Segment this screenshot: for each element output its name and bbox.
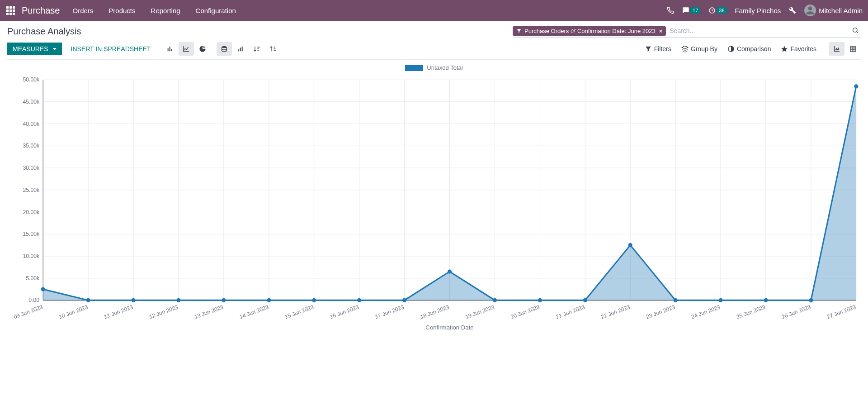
svg-point-84	[764, 298, 768, 302]
apps-launcher-icon[interactable]	[5, 5, 15, 15]
area-chart: 0.005.00k10.00k15.00k20.00k25.00k30.00k3…	[7, 75, 861, 332]
graph-view-icon[interactable]	[829, 42, 844, 56]
layers-icon	[681, 45, 689, 53]
svg-point-80	[583, 298, 587, 302]
page-title: Purchase Analysis	[7, 26, 81, 37]
menu-orders[interactable]: Orders	[73, 7, 94, 14]
measures-label: Measures	[13, 45, 48, 53]
sort-asc-icon[interactable]	[233, 42, 248, 56]
facet-value-a: Purchase Orders	[524, 28, 569, 34]
debug-icon[interactable]	[789, 7, 796, 14]
svg-text:0.00: 0.00	[28, 297, 39, 303]
pie-chart-icon[interactable]	[195, 42, 210, 56]
search-bar[interactable]: Purchase Orders or Confirmation Date: Ju…	[513, 25, 861, 38]
facet-value-b: Confirmation Date: June 2023	[577, 28, 656, 34]
navbar-right: 17 36 Family Pinchos Mitchell Admin	[667, 5, 863, 16]
svg-point-86	[854, 84, 858, 88]
svg-text:50.00k: 50.00k	[23, 76, 40, 83]
svg-text:30.00k: 30.00k	[23, 165, 40, 171]
main-menu: Orders Products Reporting Configuration	[73, 7, 236, 14]
filter-icon	[516, 28, 522, 33]
control-panel: Purchase Analysis Purchase Orders or Con…	[0, 21, 868, 60]
svg-point-1	[853, 28, 857, 32]
svg-point-72	[222, 298, 226, 302]
user-menu[interactable]: Mitchell Admin	[804, 5, 863, 16]
svg-point-76	[402, 298, 406, 302]
svg-point-83	[718, 298, 722, 302]
facet-remove-icon[interactable]: ×	[659, 28, 663, 34]
svg-point-73	[267, 298, 271, 302]
app-brand[interactable]: Purchase	[22, 5, 60, 16]
svg-point-85	[809, 298, 813, 302]
facet-or: or	[571, 28, 576, 34]
filters-button[interactable]: Filters	[645, 45, 671, 53]
activities-badge: 36	[717, 7, 726, 14]
contrast-icon	[727, 45, 735, 53]
messages-icon[interactable]: 17	[682, 7, 700, 14]
search-facet[interactable]: Purchase Orders or Confirmation Date: Ju…	[513, 26, 666, 36]
svg-point-82	[674, 298, 678, 302]
pivot-view-icon[interactable]	[845, 42, 861, 56]
svg-point-75	[357, 298, 361, 302]
svg-point-71	[176, 298, 180, 302]
menu-reporting[interactable]: Reporting	[151, 7, 180, 14]
bar-chart-icon[interactable]	[162, 42, 178, 56]
menu-configuration[interactable]: Configuration	[196, 7, 236, 14]
group-by-button[interactable]: Group By	[681, 45, 717, 53]
svg-text:10.00k: 10.00k	[23, 253, 40, 259]
chevron-down-icon	[53, 48, 57, 50]
favorites-button[interactable]: Favorites	[781, 45, 816, 53]
view-switcher	[829, 42, 861, 56]
svg-text:20.00k: 20.00k	[23, 209, 40, 215]
svg-rect-4	[850, 46, 856, 52]
svg-text:Confirmation Date: Confirmation Date	[425, 324, 473, 331]
chart-legend: Untaxed Total	[7, 64, 861, 72]
svg-text:45.00k: 45.00k	[23, 98, 40, 105]
search-input[interactable]	[669, 25, 850, 36]
phone-icon[interactable]	[667, 7, 674, 14]
sort-desc-bars-icon[interactable]	[249, 42, 264, 56]
company-switcher[interactable]: Family Pinchos	[735, 7, 781, 14]
svg-text:5.00k: 5.00k	[26, 275, 40, 281]
svg-text:40.00k: 40.00k	[23, 120, 40, 127]
search-options: Filters Group By Comparison Favorites	[645, 45, 816, 53]
activities-icon[interactable]: 36	[708, 7, 726, 14]
legend-swatch	[405, 65, 423, 71]
line-chart-icon[interactable]	[179, 42, 194, 56]
svg-point-74	[312, 298, 316, 302]
svg-point-81	[628, 243, 632, 247]
chart-type-group	[162, 42, 210, 56]
stacked-icon[interactable]	[217, 42, 232, 56]
messages-badge: 17	[690, 7, 700, 14]
comparison-button[interactable]: Comparison	[727, 45, 771, 53]
svg-point-79	[538, 298, 542, 302]
legend-label: Untaxed Total	[427, 64, 462, 71]
svg-point-70	[131, 298, 135, 302]
svg-point-68	[41, 287, 45, 291]
legend-item[interactable]: Untaxed Total	[405, 64, 462, 71]
svg-text:15.00k: 15.00k	[23, 231, 40, 237]
chart-container: Untaxed Total 0.005.00k10.00k15.00k20.00…	[0, 60, 868, 341]
measures-button[interactable]: Measures	[7, 43, 62, 55]
user-name: Mitchell Admin	[819, 7, 863, 14]
insert-spreadsheet-button[interactable]: Insert in Spreadsheet	[66, 43, 156, 55]
avatar-icon	[804, 5, 816, 16]
svg-point-2	[222, 46, 227, 48]
menu-products[interactable]: Products	[108, 7, 135, 14]
star-icon	[781, 45, 788, 53]
svg-point-77	[448, 269, 452, 273]
svg-text:25.00k: 25.00k	[23, 186, 40, 193]
sort-asc-bars-icon[interactable]	[265, 42, 281, 56]
svg-text:35.00k: 35.00k	[23, 143, 40, 149]
chart-option-group	[217, 42, 281, 56]
funnel-icon	[645, 45, 652, 53]
svg-point-69	[86, 298, 90, 302]
search-icon[interactable]	[850, 27, 861, 35]
main-navbar: Purchase Orders Products Reporting Confi…	[0, 0, 868, 21]
svg-point-78	[493, 298, 497, 302]
